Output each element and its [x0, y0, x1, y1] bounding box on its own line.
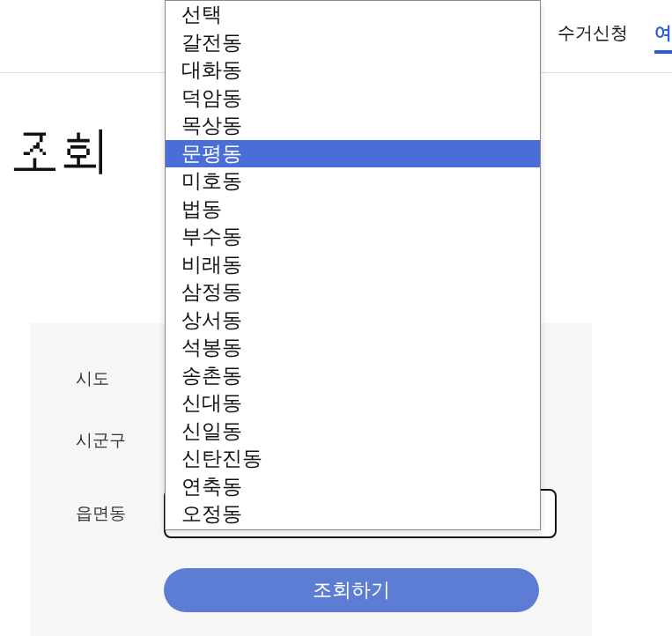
dropdown-option[interactable]: 덕암동: [166, 85, 540, 113]
dropdown-option[interactable]: 와동: [166, 529, 540, 531]
page-title: ᅧ 조회: [0, 123, 111, 182]
dropdown-option[interactable]: 석봉동: [166, 334, 540, 362]
dropdown-option[interactable]: 목상동: [166, 112, 540, 140]
label-sigungu: 시군구: [76, 429, 164, 452]
dropdown-option[interactable]: 오정동: [166, 500, 540, 529]
dropdown-option[interactable]: 문평동: [166, 140, 540, 168]
nav-item-active[interactable]: 여: [654, 21, 672, 54]
dropdown-option[interactable]: 부수동: [166, 223, 540, 251]
dropdown-option[interactable]: 대화동: [166, 56, 540, 85]
label-sido: 시도: [76, 367, 164, 390]
dropdown-option[interactable]: 비래동: [166, 251, 540, 279]
dropdown-option[interactable]: 상서동: [166, 307, 540, 335]
label-eupmyeondong: 읍면동: [76, 502, 164, 525]
dropdown-option[interactable]: 법동: [166, 196, 540, 224]
dropdown-option[interactable]: 미호동: [166, 167, 540, 196]
nav-item-pickup[interactable]: 수거신청: [558, 21, 628, 54]
dropdown-option[interactable]: 연축동: [166, 473, 540, 501]
top-nav: 수거신청 여: [558, 21, 672, 54]
dropdown-option[interactable]: 송촌동: [166, 362, 540, 390]
dropdown-option[interactable]: 갈전동: [166, 29, 540, 57]
dropdown-option[interactable]: 선택: [166, 1, 540, 29]
dropdown-option[interactable]: 신일동: [166, 418, 540, 446]
dropdown-option[interactable]: 신탄진동: [166, 445, 540, 473]
dropdown-option[interactable]: 삼정동: [166, 278, 540, 307]
dropdown-list[interactable]: 선택갈전동대화동덕암동목상동문평동미호동법동부수동비래동삼정동상서동석봉동송촌동…: [165, 0, 541, 530]
dropdown-option[interactable]: 신대동: [166, 389, 540, 418]
submit-button[interactable]: 조회하기: [164, 568, 539, 612]
